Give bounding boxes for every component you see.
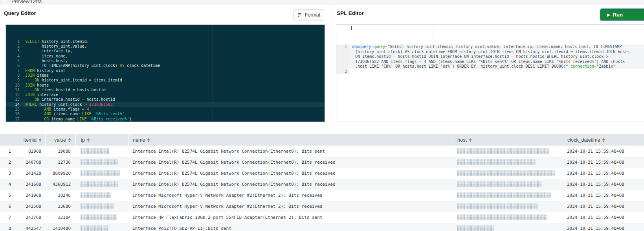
text-cursor [351, 26, 352, 30]
code-text: dbxquery query="SELECT history_uint.item… [349, 44, 644, 50]
code-token: interface [35, 92, 58, 97]
run-button[interactable]: ▶ Run [600, 9, 644, 20]
code-token: interface.ip, [25, 49, 72, 53]
cell-ip [75, 179, 128, 190]
sort-icon [39, 138, 41, 142]
code-line: 9 ON history_uint.itemid = items.itemid [6, 78, 325, 83]
code-token: LIKE [77, 117, 86, 121]
redacted-ip-blur [81, 192, 111, 198]
column-header-value[interactable]: value [45, 134, 75, 146]
query-editor-title: Query Editor [4, 10, 36, 16]
code-token: items [35, 73, 49, 78]
code-token: '%Bits received%' [89, 117, 129, 121]
table-row: 724376812184Interface HP FlexFabric 10Gb… [0, 212, 644, 223]
redacted-host-blur [457, 192, 551, 198]
cell-value: 4368912 [45, 179, 75, 190]
code-token: items.name, [25, 54, 68, 58]
cell-name: Interface Microsoft Hyper-V Network Adap… [128, 201, 453, 212]
line-number: 7 [6, 68, 23, 73]
redacted-ip-blur [81, 148, 109, 154]
code-token: LIKE [82, 112, 92, 116]
code-token: (hosts.host [51, 122, 82, 122]
code-token: hosts.hostid [75, 88, 105, 92]
code-line: .host LIKE 'CN%' OR hosts.host LIKE 'os%… [336, 64, 644, 69]
cell-itemid: 240708 [18, 157, 45, 168]
code-line: (history_uint.clock) AS clock_datetime F… [336, 50, 644, 55]
code-token: "Zabbix" [596, 64, 615, 68]
line-number: 3 [6, 49, 23, 54]
code-token: history_uint.clock [37, 102, 84, 107]
code-token: "SELECT history_uint.itemid, history_uin… [387, 44, 622, 49]
table-row: 32414288809920Interface Intel(R) 82574L … [0, 168, 644, 179]
redacted-ip-blur [81, 170, 120, 176]
code-text: SELECT history_uint.itemid, [23, 39, 89, 44]
code-token: hosts.host, [25, 59, 68, 63]
line-number: 18 [6, 122, 23, 122]
cell-host [453, 223, 562, 231]
preview-data-bar: Preview Data [0, 0, 644, 5]
code-line: 18 AND (hosts.host LIKE 'CN%' [6, 122, 325, 122]
table-row: 84425471410480Interface Po12(TO SUZ-AP-1… [0, 223, 644, 231]
table-row: 18296819088Interface Intel(R) 82574L Gig… [0, 146, 644, 157]
table-row: 224070812736Interface Intel(R) 82574L Gi… [0, 157, 644, 168]
sort-icon [602, 138, 605, 142]
cell-clock: 2024-10-31 15:59:48+08 [562, 223, 644, 231]
cell-ip [75, 223, 128, 231]
format-lines-icon [297, 13, 303, 17]
table-row: 624250813680Interface Microsoft Hyper-V … [0, 201, 644, 212]
column-header-itemid[interactable]: itemid [18, 134, 45, 146]
code-token: items.name [49, 117, 77, 121]
line-number [336, 54, 349, 59]
format-button[interactable]: Format [294, 9, 324, 20]
code-token: FROM [25, 68, 35, 73]
code-line: 1SELECT history_uint.itemid, [6, 39, 325, 44]
code-token [25, 112, 44, 116]
code-token: TO_TIMESTAMP(history_uint.clock) [25, 63, 120, 68]
code-token: AND [44, 122, 51, 122]
code-text: OR items.name LIKE '%Bits received%') [23, 117, 132, 122]
cell-itemid: 241608 [18, 179, 45, 190]
column-header-clock[interactable]: clock_datetime [562, 134, 644, 146]
cell-idx: 1 [0, 146, 18, 157]
redacted-ip-blur [81, 181, 118, 187]
code-text [349, 69, 644, 74]
code-text: ON items.hostid = hosts.hostid [23, 88, 106, 92]
cell-host [453, 146, 562, 157]
column-header-label: clock_datetime [567, 137, 600, 143]
cell-name: Interface Intel(R) 82574L Gigabit Networ… [128, 157, 453, 168]
cell-idx: 4 [0, 179, 18, 190]
code-token: items.itemid [92, 78, 122, 82]
cell-idx: 7 [0, 212, 18, 223]
sql-query-editor[interactable]: 1SELECT history_uint.itemid,2 history_ui… [6, 24, 325, 122]
spl-query-editor[interactable]: 1dbxquery query="SELECT history_uint.ite… [336, 24, 644, 122]
cell-host [453, 168, 562, 179]
code-token [92, 122, 94, 122]
line-number: 15 [6, 107, 23, 112]
column-header-host[interactable]: host [453, 134, 562, 146]
column-header-name[interactable]: name [128, 134, 453, 146]
cell-ip [75, 168, 128, 179]
cell-clock: 2024-10-31 15:59:48+08 [562, 146, 644, 157]
redacted-host-blur [457, 214, 547, 220]
code-token: ) [129, 117, 132, 121]
redacted-host-blur [457, 203, 538, 209]
redacted-ip-blur [81, 214, 117, 220]
code-token: OR [44, 117, 49, 121]
cell-value: 19088 [45, 146, 75, 157]
line-number: 8 [6, 73, 23, 78]
run-button-label: Run [613, 12, 623, 18]
code-token [25, 107, 44, 111]
code-token [25, 117, 44, 121]
cell-name: Interface Po12(TO SUZ-AP-11):Bits sent [128, 223, 453, 231]
code-text: JOIN items [23, 73, 49, 78]
cell-clock: 2024-10-31 15:59:48+08 [562, 190, 644, 201]
line-number: 11 [6, 88, 23, 92]
code-text: .host LIKE 'CN%' OR hosts.host LIKE 'os%… [349, 64, 644, 69]
code-token: AS [120, 63, 125, 68]
line-number [336, 59, 349, 65]
code-token: 1730361582 [89, 102, 113, 107]
code-token: ON [35, 88, 39, 92]
cell-value: 8809920 [45, 168, 75, 179]
line-number: 12 [6, 92, 23, 97]
column-header-ip[interactable]: ip [75, 134, 128, 146]
